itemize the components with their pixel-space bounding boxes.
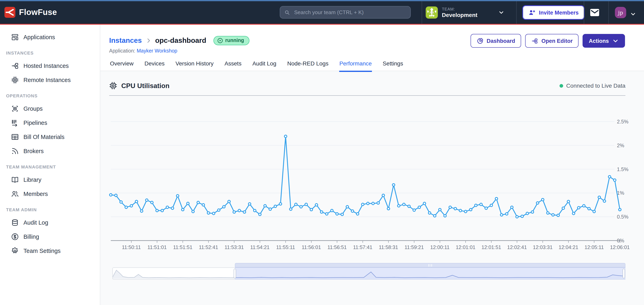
- notifications-button[interactable]: [590, 8, 600, 17]
- sidebar-item-label: Hosted Instances: [24, 62, 69, 69]
- svg-text:12:04:21: 12:04:21: [558, 244, 578, 250]
- sidebar-item-label: Audit Log: [24, 219, 48, 226]
- svg-text:11:55:11: 11:55:11: [276, 244, 295, 250]
- invite-members-button[interactable]: Invite Members: [522, 5, 585, 20]
- team-search[interactable]: [280, 6, 411, 18]
- sidebar-item-label: Library: [24, 176, 42, 183]
- brush-drag-bar[interactable]: [235, 263, 626, 268]
- invite-members-label: Invite Members: [539, 9, 579, 15]
- brush-selection[interactable]: [235, 263, 626, 280]
- tab-performance[interactable]: Performance: [340, 60, 372, 72]
- brush-right-handle[interactable]: [622, 269, 625, 278]
- navbar-divider: [608, 1, 609, 24]
- cpu-utilisation-chart[interactable]: 2.5%2%1.5%1%0.5%0%11:50:1111:51:0111:51:…: [109, 96, 626, 254]
- search-input[interactable]: [293, 9, 406, 16]
- sidebar-item-billing[interactable]: Billing: [0, 230, 100, 244]
- team-chevron-down-icon[interactable]: [498, 9, 504, 16]
- tab-version-history[interactable]: Version History: [176, 60, 214, 72]
- groups-icon: [11, 104, 19, 112]
- open-editor-label: Open Editor: [541, 38, 573, 44]
- dashboard-button[interactable]: Dashboard: [470, 34, 521, 48]
- sidebar-item-bill-of-materials[interactable]: Bill Of Materials: [0, 130, 100, 144]
- user-initials: jp: [618, 9, 623, 15]
- svg-text:11:56:01: 11:56:01: [302, 244, 321, 250]
- user-avatar[interactable]: jp: [615, 7, 626, 18]
- application-line: Application: Mayker Workshop: [109, 48, 644, 56]
- svg-text:11:52:41: 11:52:41: [199, 244, 218, 250]
- play-circle-icon: [217, 37, 223, 43]
- actions-label: Actions: [589, 38, 609, 44]
- chart-title-text: CPU Utilisation: [121, 82, 170, 89]
- svg-text:11:54:21: 11:54:21: [250, 244, 270, 250]
- pie-chart-icon: [476, 37, 483, 44]
- applications-icon: [11, 33, 19, 41]
- remote-instances-icon: [11, 76, 19, 84]
- sidebar-item-applications[interactable]: Applications: [0, 30, 100, 44]
- sidebar-item-label: Remote Instances: [24, 76, 71, 83]
- sidebar-item-groups[interactable]: Groups: [0, 101, 100, 116]
- svg-text:11:59:21: 11:59:21: [404, 244, 424, 250]
- live-dot-icon: [559, 84, 563, 87]
- flowfuse-logo[interactable]: FlowFuse: [4, 7, 57, 18]
- svg-text:11:56:51: 11:56:51: [328, 244, 347, 250]
- tab-node-red-logs[interactable]: Node-RED Logs: [287, 60, 328, 72]
- svg-text:12:03:31: 12:03:31: [533, 244, 552, 250]
- sidebar-item-remote-instances[interactable]: Remote Instances: [0, 73, 100, 87]
- tab-devices[interactable]: Devices: [144, 60, 165, 72]
- instance-name: opc-dashboard: [155, 36, 206, 45]
- svg-text:0.5%: 0.5%: [617, 214, 628, 220]
- svg-text:12:06:01: 12:06:01: [610, 244, 630, 250]
- chart-header: CPU Utilisation Connected to Live Data: [109, 82, 626, 96]
- sidebar-item-label: Applications: [24, 34, 55, 40]
- sidebar-section-header: TEAM ADMIN: [0, 207, 100, 212]
- sidebar-item-label: Brokers: [24, 148, 44, 154]
- flowfuse-logo-icon: [4, 7, 15, 18]
- sidebar-item-pipelines[interactable]: Pipelines: [0, 116, 100, 130]
- svg-text:11:51:51: 11:51:51: [173, 244, 192, 250]
- app-window: FlowFuse: [0, 0, 644, 305]
- sidebar-item-team-settings[interactable]: Team Settings: [0, 244, 100, 258]
- svg-text:1%: 1%: [617, 190, 624, 196]
- sidebar-section-header: OPERATIONS: [0, 93, 100, 98]
- tab-overview[interactable]: Overview: [110, 60, 134, 72]
- sidebar-item-label: Pipelines: [24, 119, 47, 126]
- tab-audit-log[interactable]: Audit Log: [252, 60, 276, 72]
- brush-left-handle[interactable]: [234, 269, 236, 278]
- application-label: Application:: [109, 48, 135, 54]
- brokers-icon: [11, 147, 19, 155]
- breadcrumb-instances-link[interactable]: Instances: [109, 36, 142, 45]
- open-editor-button[interactable]: Open Editor: [525, 34, 579, 48]
- live-status-text: Connected to Live Data: [566, 82, 626, 89]
- svg-text:12:05:11: 12:05:11: [584, 244, 604, 250]
- tab-assets[interactable]: Assets: [224, 60, 242, 72]
- sidebar-item-hosted-instances[interactable]: Hosted Instances: [0, 58, 100, 73]
- actions-button[interactable]: Actions: [583, 34, 625, 48]
- user-menu-chevron-down-icon[interactable]: [630, 11, 636, 17]
- header-buttons: Dashboard Open Editor Actions: [470, 34, 625, 48]
- application-link[interactable]: Mayker Workshop: [137, 48, 177, 54]
- dashboard-label: Dashboard: [486, 38, 515, 44]
- svg-text:1.5%: 1.5%: [617, 166, 628, 172]
- svg-text:2.5%: 2.5%: [617, 119, 628, 124]
- live-status: Connected to Live Data: [559, 82, 626, 89]
- library-icon: [11, 176, 19, 184]
- status-text: running: [225, 37, 244, 43]
- sidebar-item-brokers[interactable]: Brokers: [0, 144, 100, 158]
- pipelines-icon: [11, 119, 19, 127]
- sidebar-item-audit-log[interactable]: Audit Log: [0, 215, 100, 230]
- svg-text:11:50:11: 11:50:11: [122, 244, 141, 250]
- billing-icon: [11, 233, 19, 241]
- mail-icon: [590, 8, 600, 17]
- sidebar-item-label: Groups: [24, 105, 43, 112]
- svg-text:11:51:01: 11:51:01: [147, 244, 166, 250]
- tab-settings[interactable]: Settings: [383, 60, 403, 72]
- sidebar-item-members[interactable]: Members: [0, 187, 100, 201]
- sidebar: ApplicationsINSTANCESHosted InstancesRem…: [0, 25, 100, 305]
- node-editor-icon: [531, 37, 538, 44]
- team-avatar: [426, 6, 438, 18]
- user-plus-icon: [528, 9, 536, 16]
- svg-text:2%: 2%: [617, 143, 624, 148]
- sidebar-item-library[interactable]: Library: [0, 173, 100, 187]
- brush-sparkline-selected: [235, 268, 625, 279]
- chart-title: CPU Utilisation: [109, 82, 170, 90]
